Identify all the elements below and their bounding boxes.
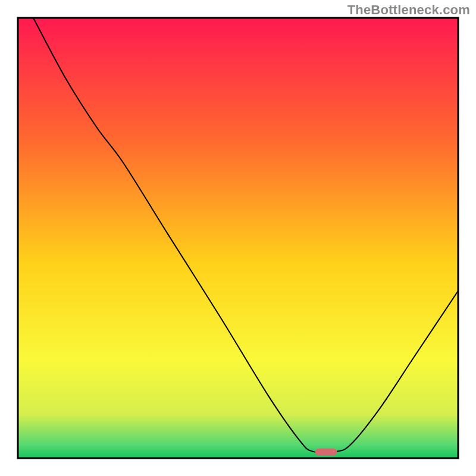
background-gradient [18,18,458,458]
watermark-text: TheBottleneck.com [347,2,470,18]
chart-root: TheBottleneck.com [0,0,476,476]
chart-canvas [0,0,476,476]
optimal-marker [315,449,337,456]
